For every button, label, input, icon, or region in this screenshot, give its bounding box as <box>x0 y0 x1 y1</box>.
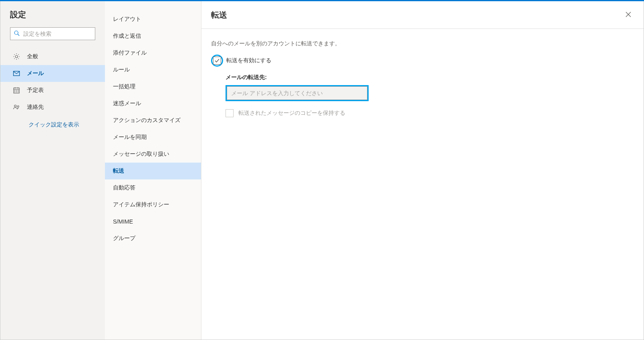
mid-item-forwarding[interactable]: 転送 <box>105 163 201 179</box>
forward-email-input[interactable] <box>227 86 367 100</box>
forward-to-label: メールの転送先: <box>226 74 634 81</box>
checkmark-icon <box>214 58 220 63</box>
nav-item-general[interactable]: 全般 <box>0 48 105 65</box>
nav-item-calendar[interactable]: 予定表 <box>0 82 105 99</box>
mid-item-attachments[interactable]: 添付ファイル <box>105 45 201 61</box>
nav-list: 全般 メール 予定表 連絡先 <box>0 48 105 116</box>
people-icon <box>12 103 21 111</box>
highlight-circle <box>211 55 223 67</box>
mid-item-junk[interactable]: 迷惑メール <box>105 95 201 112</box>
forwarding-description: 自分へのメールを別のアカウントに転送できます。 <box>211 40 634 47</box>
nav-label: メール <box>27 70 44 77</box>
main-panel: 転送 自分へのメールを別のアカウントに転送できます。 転送を有効にする <box>201 1 644 340</box>
mid-list: レイアウト 作成と返信 添付ファイル ルール 一括処理 迷惑メール アクションの… <box>105 11 201 247</box>
calendar-icon <box>12 86 21 94</box>
keep-copy-row: 転送されたメッセージのコピーを保持する <box>226 109 634 117</box>
enable-forwarding-checkbox[interactable] <box>213 57 221 65</box>
svg-line-1 <box>18 34 19 36</box>
svg-point-2 <box>15 55 18 58</box>
keep-copy-checkbox[interactable] <box>226 109 234 117</box>
enable-forwarding-row: 転送を有効にする <box>211 55 634 67</box>
nav-label: 予定表 <box>27 87 44 94</box>
forwarding-details: メールの転送先: 転送されたメッセージのコピーを保持する <box>226 74 634 117</box>
mid-sidebar: レイアウト 作成と返信 添付ファイル ルール 一括処理 迷惑メール アクションの… <box>105 1 201 340</box>
settings-title: 設定 <box>0 9 105 27</box>
nav-item-people[interactable]: 連絡先 <box>0 99 105 116</box>
search-box[interactable] <box>10 27 95 40</box>
quick-settings: クイック設定を表示 <box>0 116 105 128</box>
settings-dialog: 設定 全般 メール <box>0 1 644 340</box>
keep-copy-label: 転送されたメッセージのコピーを保持する <box>238 110 345 117</box>
mid-item-smime[interactable]: S/MIME <box>105 213 201 230</box>
gear-icon <box>12 53 21 61</box>
mid-item-rules[interactable]: ルール <box>105 61 201 78</box>
svg-point-0 <box>14 31 18 35</box>
mid-item-customize-actions[interactable]: アクションのカスタマイズ <box>105 112 201 129</box>
nav-item-mail[interactable]: メール <box>0 65 105 82</box>
mid-item-sync[interactable]: メールを同期 <box>105 129 201 146</box>
close-button[interactable] <box>623 9 634 20</box>
quick-settings-link[interactable]: クイック設定を表示 <box>29 121 79 128</box>
enable-forwarding-label: 転送を有効にする <box>226 57 271 64</box>
mail-icon <box>12 69 21 77</box>
main-title: 転送 <box>211 10 227 20</box>
mid-item-auto-reply[interactable]: 自動応答 <box>105 179 201 196</box>
mid-item-compose[interactable]: 作成と返信 <box>105 28 201 45</box>
mid-item-message-handling[interactable]: メッセージの取り扱い <box>105 146 201 163</box>
nav-label: 連絡先 <box>27 104 44 111</box>
svg-point-15 <box>17 106 19 107</box>
search-wrapper <box>0 27 105 45</box>
mid-item-layout[interactable]: レイアウト <box>105 11 201 28</box>
mid-item-sweep[interactable]: 一括処理 <box>105 78 201 95</box>
close-icon <box>626 12 631 18</box>
main-body: 自分へのメールを別のアカウントに転送できます。 転送を有効にする メールの転送先… <box>201 29 644 128</box>
left-sidebar: 設定 全般 メール <box>0 1 105 340</box>
email-input-highlight <box>226 85 369 101</box>
mid-item-retention[interactable]: アイテム保持ポリシー <box>105 196 201 213</box>
mid-item-groups[interactable]: グループ <box>105 230 201 247</box>
svg-point-14 <box>14 105 16 107</box>
search-icon <box>14 30 20 38</box>
search-input[interactable] <box>20 31 94 37</box>
nav-label: 全般 <box>27 53 38 60</box>
main-header: 転送 <box>201 1 644 29</box>
